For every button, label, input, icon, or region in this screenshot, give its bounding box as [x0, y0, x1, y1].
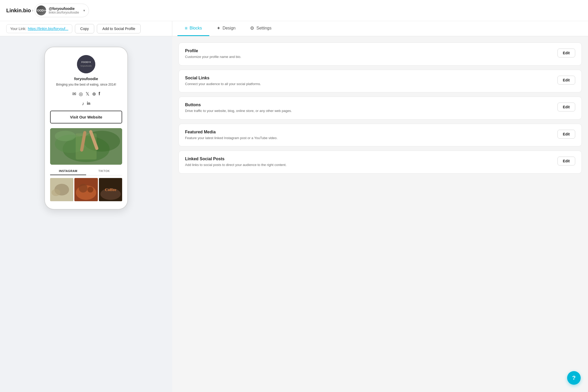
- nav-chevron-icon: ›: [32, 8, 33, 13]
- tab-settings-label: Settings: [256, 26, 271, 31]
- block-card-profile: Profile Customize your profile name and …: [179, 43, 582, 66]
- phone-username: foryoufoodie: [50, 76, 122, 81]
- block-info-buttons: Buttons Drive traffic to your website, b…: [185, 103, 552, 114]
- blocks-icon: ≡: [185, 26, 188, 31]
- phone-image-grid: Coffee: [50, 178, 122, 201]
- block-desc-buttons: Drive traffic to your website, blog, onl…: [185, 108, 552, 114]
- block-info-social-links: Social Links Connect your audience to al…: [185, 76, 552, 87]
- edit-button-featured-media[interactable]: Edit: [557, 130, 575, 139]
- copy-button[interactable]: Copy: [75, 24, 94, 33]
- grid-item-1: [50, 178, 73, 201]
- block-desc-featured-media: Feature your latest linked Instagram pos…: [185, 135, 552, 141]
- block-title-profile: Profile: [185, 49, 552, 53]
- phone-cta-button[interactable]: Visit Our Website: [50, 111, 122, 123]
- blocks-panel: Profile Customize your profile name and …: [172, 36, 588, 392]
- tab-design-label: Design: [223, 26, 236, 31]
- edit-button-linked-social-posts[interactable]: Edit: [557, 157, 575, 165]
- block-card-buttons: Buttons Drive traffic to your website, b…: [179, 97, 582, 120]
- svg-point-0: [77, 55, 95, 73]
- brand-logo: Linkin.bio: [6, 8, 31, 14]
- phone-tab-tiktok[interactable]: TIKTOK: [86, 167, 122, 175]
- svg-text:foryoufoodie: foryoufoodie: [81, 65, 92, 67]
- edit-button-social-links[interactable]: Edit: [557, 76, 575, 85]
- phone-bio: Bringing you the best of eating, since 2…: [50, 82, 122, 87]
- block-info-profile: Profile Customize your profile name and …: [185, 49, 552, 60]
- email-social-icon[interactable]: ✉: [72, 91, 76, 97]
- social-icons-row-2: ♪ in: [50, 101, 122, 106]
- phone-content-tabs: INSTAGRAM TIKTOK: [50, 167, 122, 175]
- twitter-social-icon[interactable]: 𝕏: [86, 91, 90, 97]
- add-to-social-button[interactable]: Add to Social Profile: [97, 24, 141, 33]
- phone-tab-instagram[interactable]: INSTAGRAM: [50, 167, 86, 175]
- block-title-buttons: Buttons: [185, 103, 552, 107]
- grid-item-3: Coffee: [99, 178, 122, 201]
- block-title-social-links: Social Links: [185, 76, 552, 80]
- account-switcher[interactable]: FOOD=♥ @foryoufoodie linkin.bio/foryoufo…: [34, 4, 89, 17]
- svg-point-13: [52, 189, 60, 196]
- phone-featured-image: [50, 128, 122, 165]
- edit-button-buttons[interactable]: Edit: [557, 103, 575, 111]
- social-icons-row: ✉ ◎ 𝕏 ⊕ f: [50, 91, 122, 97]
- block-desc-profile: Customize your profile name and bio.: [185, 54, 552, 60]
- tab-blocks-label: Blocks: [190, 26, 202, 31]
- instagram-social-icon[interactable]: ◎: [79, 91, 83, 97]
- linkedin-social-icon[interactable]: in: [87, 101, 90, 106]
- account-url: linkin.bio/foryoufoodie: [49, 11, 79, 14]
- block-info-featured-media: Featured Media Feature your latest linke…: [185, 130, 552, 141]
- block-desc-social-links: Connect your audience to all your social…: [185, 81, 552, 87]
- tab-design[interactable]: ✦ Design: [209, 21, 243, 36]
- account-handle: @foryoufoodie: [49, 7, 79, 11]
- phone-mockup: FOOD=♥ foryoufoodie foryoufoodie Bringin…: [44, 47, 128, 210]
- tab-settings[interactable]: ⚙ Settings: [243, 21, 279, 36]
- link-display: Your Link: https://linkin.bio/foryouf...: [6, 24, 72, 33]
- tabs-section: ≡ Blocks ✦ Design ⚙ Settings: [172, 21, 588, 36]
- tab-blocks[interactable]: ≡ Blocks: [177, 21, 209, 36]
- svg-point-7: [55, 131, 76, 141]
- tiktok-social-icon[interactable]: ♪: [82, 101, 84, 106]
- block-title-featured-media: Featured Media: [185, 130, 552, 134]
- link-and-tabs-bar: Your Link: https://linkin.bio/foryouf...…: [0, 21, 588, 36]
- block-card-linked-social-posts: Linked Social Posts Add links to social …: [179, 151, 582, 174]
- svg-point-16: [79, 184, 87, 192]
- grid-item-2: [74, 178, 98, 201]
- svg-text:FOOD=♥: FOOD=♥: [81, 61, 91, 63]
- dropdown-icon: ▾: [83, 8, 85, 13]
- svg-point-17: [88, 187, 93, 192]
- block-card-featured-media: Featured Media Feature your latest linke…: [179, 124, 582, 147]
- design-icon: ✦: [217, 25, 221, 31]
- block-info-linked-social-posts: Linked Social Posts Add links to social …: [185, 157, 552, 168]
- account-info: @foryoufoodie linkin.bio/foryoufoodie: [49, 7, 79, 14]
- facebook-social-icon[interactable]: f: [99, 91, 100, 97]
- link-url[interactable]: https://linkin.bio/foryouf...: [28, 27, 68, 31]
- pinterest-social-icon[interactable]: ⊕: [92, 91, 96, 97]
- avatar: FOOD=♥: [36, 5, 46, 15]
- settings-icon: ⚙: [250, 25, 254, 31]
- block-card-social-links: Social Links Connect your audience to al…: [179, 70, 582, 93]
- avatar-label: FOOD=♥: [36, 5, 46, 15]
- top-nav: Linkin.bio › FOOD=♥ @foryoufoodie linkin…: [0, 0, 588, 21]
- help-button[interactable]: ?: [567, 371, 581, 385]
- link-label: Your Link:: [10, 27, 26, 31]
- svg-text:Coffee: Coffee: [105, 187, 116, 192]
- block-title-linked-social-posts: Linked Social Posts: [185, 157, 552, 161]
- phone-preview-panel: FOOD=♥ foryoufoodie foryoufoodie Bringin…: [0, 36, 172, 392]
- main-layout: FOOD=♥ foryoufoodie foryoufoodie Bringin…: [0, 36, 588, 392]
- profile-avatar: FOOD=♥ foryoufoodie: [77, 55, 95, 73]
- link-section: Your Link: https://linkin.bio/foryouf...…: [0, 21, 172, 36]
- edit-button-profile[interactable]: Edit: [557, 49, 575, 57]
- block-desc-linked-social-posts: Add links to social posts to direct your…: [185, 162, 552, 168]
